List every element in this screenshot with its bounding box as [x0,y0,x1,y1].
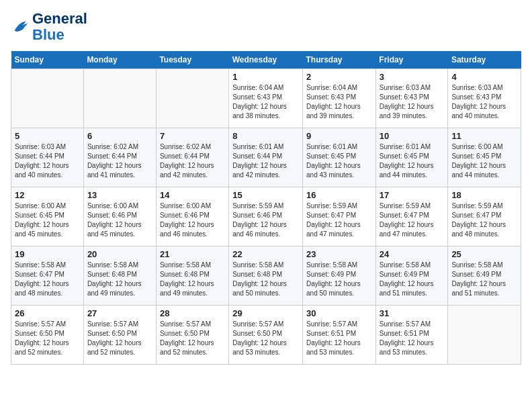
day-info: Sunrise: 6:00 AM Sunset: 6:45 PM Dayligh… [15,201,80,239]
day-cell: 9Sunrise: 6:01 AM Sunset: 6:45 PM Daylig… [303,128,376,187]
day-cell [448,306,521,365]
day-number: 19 [15,249,80,259]
week-row-2: 5Sunrise: 6:03 AM Sunset: 6:44 PM Daylig… [11,128,521,187]
day-cell: 1Sunrise: 6:04 AM Sunset: 6:43 PM Daylig… [229,69,303,128]
day-cell: 25Sunrise: 5:58 AM Sunset: 6:49 PM Dayli… [448,246,521,306]
day-info: Sunrise: 5:58 AM Sunset: 6:49 PM Dayligh… [451,261,517,298]
day-info: Sunrise: 5:58 AM Sunset: 6:49 PM Dayligh… [306,261,372,298]
day-info: Sunrise: 5:57 AM Sunset: 6:50 PM Dayligh… [232,320,299,357]
day-number: 28 [160,308,225,318]
day-info: Sunrise: 5:58 AM Sunset: 6:48 PM Dayligh… [160,261,225,298]
day-cell: 24Sunrise: 5:58 AM Sunset: 6:49 PM Dayli… [375,246,448,306]
logo-icon [11,17,30,36]
day-cell: 4Sunrise: 6:03 AM Sunset: 6:43 PM Daylig… [448,69,521,128]
day-cell: 10Sunrise: 6:01 AM Sunset: 6:45 PM Dayli… [375,128,448,187]
day-info: Sunrise: 6:00 AM Sunset: 6:46 PM Dayligh… [87,201,152,239]
day-info: Sunrise: 5:57 AM Sunset: 6:50 PM Dayligh… [87,320,152,357]
day-info: Sunrise: 6:02 AM Sunset: 6:44 PM Dayligh… [160,142,225,180]
day-info: Sunrise: 5:59 AM Sunset: 6:47 PM Dayligh… [451,201,517,239]
logo: GeneralBlue [11,11,87,43]
weekday-header-sunday: Sunday [11,51,84,69]
day-number: 23 [306,249,372,259]
day-number: 4 [451,72,517,82]
weekday-header-friday: Friday [375,51,448,69]
day-info: Sunrise: 5:57 AM Sunset: 6:51 PM Dayligh… [306,320,372,357]
day-info: Sunrise: 5:58 AM Sunset: 6:48 PM Dayligh… [87,261,152,298]
day-info: Sunrise: 5:57 AM Sunset: 6:51 PM Dayligh… [380,320,445,357]
day-info: Sunrise: 5:59 AM Sunset: 6:47 PM Dayligh… [380,201,445,239]
day-cell: 19Sunrise: 5:58 AM Sunset: 6:47 PM Dayli… [11,246,84,306]
day-number: 24 [380,249,445,259]
day-cell: 3Sunrise: 6:03 AM Sunset: 6:43 PM Daylig… [375,69,448,128]
day-number: 6 [87,131,152,141]
day-number: 31 [380,308,445,318]
day-info: Sunrise: 6:00 AM Sunset: 6:45 PM Dayligh… [451,142,517,180]
day-info: Sunrise: 6:01 AM Sunset: 6:44 PM Dayligh… [232,142,299,180]
day-number: 25 [451,249,517,259]
day-number: 13 [87,190,152,200]
weekday-header-thursday: Thursday [303,51,376,69]
weekday-header-wednesday: Wednesday [229,51,303,69]
day-number: 1 [232,72,299,82]
day-cell: 23Sunrise: 5:58 AM Sunset: 6:49 PM Dayli… [303,246,376,306]
day-cell [156,69,228,128]
day-number: 18 [451,190,517,200]
day-cell: 30Sunrise: 5:57 AM Sunset: 6:51 PM Dayli… [303,306,376,365]
page-header: GeneralBlue [11,11,521,43]
day-info: Sunrise: 6:00 AM Sunset: 6:46 PM Dayligh… [160,201,225,239]
day-number: 15 [232,190,299,200]
day-number: 29 [232,308,299,318]
day-cell: 20Sunrise: 5:58 AM Sunset: 6:48 PM Dayli… [83,246,156,306]
day-number: 27 [87,308,152,318]
day-cell: 7Sunrise: 6:02 AM Sunset: 6:44 PM Daylig… [156,128,228,187]
day-info: Sunrise: 5:57 AM Sunset: 6:50 PM Dayligh… [15,320,80,357]
day-info: Sunrise: 5:58 AM Sunset: 6:48 PM Dayligh… [232,261,299,298]
calendar-table: SundayMondayTuesdayWednesdayThursdayFrid… [11,51,521,365]
day-number: 10 [380,131,445,141]
day-info: Sunrise: 6:01 AM Sunset: 6:45 PM Dayligh… [380,142,445,180]
day-cell [83,69,156,128]
day-number: 7 [160,131,225,141]
day-number: 30 [306,308,372,318]
day-number: 8 [232,131,299,141]
day-info: Sunrise: 5:57 AM Sunset: 6:50 PM Dayligh… [160,320,225,357]
day-number: 14 [160,190,225,200]
week-row-3: 12Sunrise: 6:00 AM Sunset: 6:45 PM Dayli… [11,187,521,246]
day-cell [11,69,84,128]
day-cell: 16Sunrise: 5:59 AM Sunset: 6:47 PM Dayli… [303,187,376,246]
day-info: Sunrise: 5:58 AM Sunset: 6:47 PM Dayligh… [15,261,80,298]
day-cell: 6Sunrise: 6:02 AM Sunset: 6:44 PM Daylig… [83,128,156,187]
day-number: 12 [15,190,80,200]
day-cell: 8Sunrise: 6:01 AM Sunset: 6:44 PM Daylig… [229,128,303,187]
day-number: 21 [160,249,225,259]
day-info: Sunrise: 6:03 AM Sunset: 6:44 PM Dayligh… [15,142,80,180]
day-number: 3 [380,72,445,82]
day-info: Sunrise: 6:02 AM Sunset: 6:44 PM Dayligh… [87,142,152,180]
logo-text: GeneralBlue [32,11,87,43]
day-cell: 29Sunrise: 5:57 AM Sunset: 6:50 PM Dayli… [229,306,303,365]
day-info: Sunrise: 6:01 AM Sunset: 6:45 PM Dayligh… [306,142,372,180]
week-row-4: 19Sunrise: 5:58 AM Sunset: 6:47 PM Dayli… [11,246,521,306]
day-info: Sunrise: 5:59 AM Sunset: 6:46 PM Dayligh… [232,201,299,239]
day-cell: 21Sunrise: 5:58 AM Sunset: 6:48 PM Dayli… [156,246,228,306]
day-number: 9 [306,131,372,141]
day-cell: 2Sunrise: 6:04 AM Sunset: 6:43 PM Daylig… [303,69,376,128]
day-number: 22 [232,249,299,259]
day-info: Sunrise: 6:04 AM Sunset: 6:43 PM Dayligh… [232,83,299,121]
weekday-header-tuesday: Tuesday [156,51,228,69]
weekday-header-saturday: Saturday [448,51,521,69]
day-number: 11 [451,131,517,141]
week-row-5: 26Sunrise: 5:57 AM Sunset: 6:50 PM Dayli… [11,306,521,365]
weekday-header-monday: Monday [83,51,156,69]
day-info: Sunrise: 5:58 AM Sunset: 6:49 PM Dayligh… [380,261,445,298]
day-cell: 13Sunrise: 6:00 AM Sunset: 6:46 PM Dayli… [83,187,156,246]
day-cell: 14Sunrise: 6:00 AM Sunset: 6:46 PM Dayli… [156,187,228,246]
day-cell: 5Sunrise: 6:03 AM Sunset: 6:44 PM Daylig… [11,128,84,187]
day-cell: 12Sunrise: 6:00 AM Sunset: 6:45 PM Dayli… [11,187,84,246]
day-cell: 26Sunrise: 5:57 AM Sunset: 6:50 PM Dayli… [11,306,84,365]
day-cell: 22Sunrise: 5:58 AM Sunset: 6:48 PM Dayli… [229,246,303,306]
day-number: 16 [306,190,372,200]
day-info: Sunrise: 6:04 AM Sunset: 6:43 PM Dayligh… [306,83,372,121]
day-number: 17 [380,190,445,200]
day-cell: 27Sunrise: 5:57 AM Sunset: 6:50 PM Dayli… [83,306,156,365]
